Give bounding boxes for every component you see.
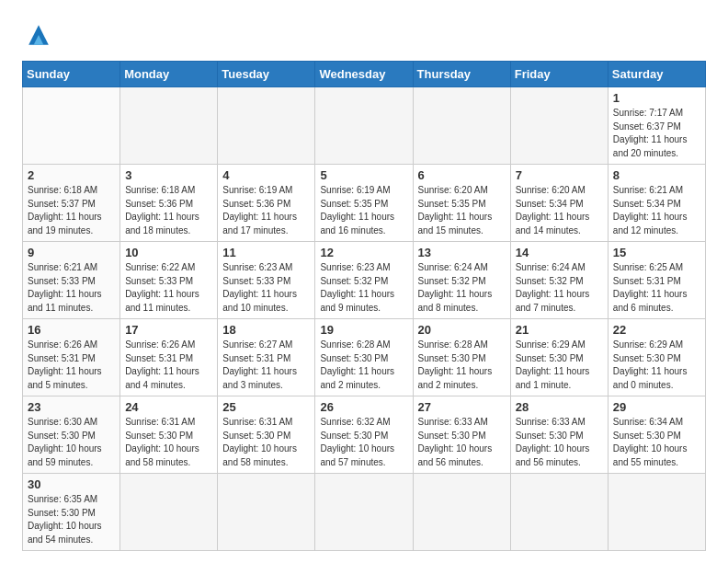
day-info: Sunrise: 6:23 AM Sunset: 5:33 PM Dayligh… — [222, 261, 310, 315]
calendar-day-cell: 6Sunrise: 6:20 AM Sunset: 5:35 PM Daylig… — [413, 165, 510, 242]
day-info: Sunrise: 6:30 AM Sunset: 5:30 PM Dayligh… — [28, 416, 115, 469]
weekday-header-monday: Monday — [120, 62, 218, 87]
calendar-day-cell — [120, 474, 218, 551]
calendar-day-cell: 8Sunrise: 6:21 AM Sunset: 5:34 PM Daylig… — [608, 165, 705, 242]
calendar-day-cell: 12Sunrise: 6:23 AM Sunset: 5:32 PM Dayli… — [315, 242, 413, 319]
calendar-day-cell — [413, 87, 510, 165]
day-info: Sunrise: 6:28 AM Sunset: 5:30 PM Dayligh… — [418, 339, 506, 392]
calendar-day-cell: 14Sunrise: 6:24 AM Sunset: 5:32 PM Dayli… — [510, 242, 608, 319]
day-info: Sunrise: 6:20 AM Sunset: 5:34 PM Dayligh… — [516, 184, 603, 237]
day-info: Sunrise: 6:32 AM Sunset: 5:30 PM Dayligh… — [320, 416, 407, 469]
calendar-day-cell: 27Sunrise: 6:33 AM Sunset: 5:30 PM Dayli… — [413, 396, 510, 474]
day-info: Sunrise: 6:21 AM Sunset: 5:33 PM Dayligh… — [28, 261, 115, 315]
calendar-day-cell: 20Sunrise: 6:28 AM Sunset: 5:30 PM Dayli… — [413, 319, 510, 396]
day-info: Sunrise: 6:25 AM Sunset: 5:31 PM Dayligh… — [613, 261, 700, 315]
calendar-header-row: SundayMondayTuesdayWednesdayThursdayFrid… — [23, 62, 706, 87]
day-info: Sunrise: 6:20 AM Sunset: 5:35 PM Dayligh… — [418, 184, 506, 237]
calendar-day-cell: 17Sunrise: 6:26 AM Sunset: 5:31 PM Dayli… — [120, 319, 218, 396]
calendar-day-cell: 24Sunrise: 6:31 AM Sunset: 5:30 PM Dayli… — [120, 396, 218, 474]
day-info: Sunrise: 6:22 AM Sunset: 5:33 PM Dayligh… — [125, 261, 212, 315]
calendar-day-cell: 5Sunrise: 6:19 AM Sunset: 5:35 PM Daylig… — [315, 165, 413, 242]
calendar-day-cell: 1Sunrise: 7:17 AM Sunset: 6:37 PM Daylig… — [608, 87, 705, 165]
calendar-day-cell: 16Sunrise: 6:26 AM Sunset: 5:31 PM Dayli… — [23, 319, 120, 396]
day-number: 25 — [222, 400, 310, 414]
day-number: 30 — [28, 477, 115, 491]
day-number: 5 — [320, 168, 407, 182]
day-info: Sunrise: 6:26 AM Sunset: 5:31 PM Dayligh… — [28, 339, 115, 392]
calendar-week-row: 9Sunrise: 6:21 AM Sunset: 5:33 PM Daylig… — [23, 242, 706, 319]
weekday-header-wednesday: Wednesday — [315, 62, 413, 87]
day-number: 20 — [418, 323, 506, 337]
day-info: Sunrise: 6:23 AM Sunset: 5:32 PM Dayligh… — [320, 261, 407, 315]
calendar-day-cell: 7Sunrise: 6:20 AM Sunset: 5:34 PM Daylig… — [510, 165, 608, 242]
day-info: Sunrise: 6:24 AM Sunset: 5:32 PM Dayligh… — [516, 261, 603, 315]
calendar-week-row: 16Sunrise: 6:26 AM Sunset: 5:31 PM Dayli… — [23, 319, 706, 396]
calendar-day-cell: 18Sunrise: 6:27 AM Sunset: 5:31 PM Dayli… — [218, 319, 315, 396]
day-info: Sunrise: 6:34 AM Sunset: 5:30 PM Dayligh… — [613, 416, 700, 469]
day-number: 4 — [222, 168, 310, 182]
day-number: 21 — [516, 323, 603, 337]
day-info: Sunrise: 6:18 AM Sunset: 5:37 PM Dayligh… — [28, 184, 115, 237]
day-number: 3 — [125, 168, 212, 182]
calendar-day-cell: 26Sunrise: 6:32 AM Sunset: 5:30 PM Dayli… — [315, 396, 413, 474]
calendar-day-cell: 28Sunrise: 6:33 AM Sunset: 5:30 PM Dayli… — [510, 396, 608, 474]
day-info: Sunrise: 6:19 AM Sunset: 5:36 PM Dayligh… — [222, 184, 310, 237]
calendar-day-cell: 11Sunrise: 6:23 AM Sunset: 5:33 PM Dayli… — [218, 242, 315, 319]
calendar-day-cell: 9Sunrise: 6:21 AM Sunset: 5:33 PM Daylig… — [23, 242, 120, 319]
day-number: 6 — [418, 168, 506, 182]
day-number: 27 — [418, 400, 506, 414]
calendar-table: SundayMondayTuesdayWednesdayThursdayFrid… — [22, 61, 706, 551]
calendar-day-cell — [510, 474, 608, 551]
day-number: 7 — [516, 168, 603, 182]
calendar-day-cell: 2Sunrise: 6:18 AM Sunset: 5:37 PM Daylig… — [23, 165, 120, 242]
day-info: Sunrise: 7:17 AM Sunset: 6:37 PM Dayligh… — [613, 107, 700, 160]
calendar-day-cell — [315, 87, 413, 165]
calendar-day-cell — [315, 474, 413, 551]
calendar-day-cell: 23Sunrise: 6:30 AM Sunset: 5:30 PM Dayli… — [23, 396, 120, 474]
weekday-header-thursday: Thursday — [413, 62, 510, 87]
header — [22, 18, 706, 52]
calendar-day-cell: 30Sunrise: 6:35 AM Sunset: 5:30 PM Dayli… — [23, 474, 120, 551]
generalblue-logo-icon — [22, 18, 55, 52]
calendar-day-cell — [218, 87, 315, 165]
day-number: 16 — [28, 323, 115, 337]
calendar-day-cell: 22Sunrise: 6:29 AM Sunset: 5:30 PM Dayli… — [608, 319, 705, 396]
calendar-day-cell — [413, 474, 510, 551]
day-info: Sunrise: 6:33 AM Sunset: 5:30 PM Dayligh… — [418, 416, 506, 469]
calendar-day-cell: 3Sunrise: 6:18 AM Sunset: 5:36 PM Daylig… — [120, 165, 218, 242]
day-number: 9 — [28, 246, 115, 259]
calendar-day-cell: 13Sunrise: 6:24 AM Sunset: 5:32 PM Dayli… — [413, 242, 510, 319]
day-info: Sunrise: 6:21 AM Sunset: 5:34 PM Dayligh… — [613, 184, 700, 237]
calendar-day-cell: 29Sunrise: 6:34 AM Sunset: 5:30 PM Dayli… — [608, 396, 705, 474]
day-number: 26 — [320, 400, 407, 414]
day-number: 15 — [613, 246, 700, 259]
day-number: 12 — [320, 246, 407, 259]
calendar-day-cell: 4Sunrise: 6:19 AM Sunset: 5:36 PM Daylig… — [218, 165, 315, 242]
day-info: Sunrise: 6:18 AM Sunset: 5:36 PM Dayligh… — [125, 184, 212, 237]
day-number: 19 — [320, 323, 407, 337]
day-number: 1 — [613, 91, 700, 105]
day-number: 14 — [516, 246, 603, 259]
day-info: Sunrise: 6:19 AM Sunset: 5:35 PM Dayligh… — [320, 184, 407, 237]
calendar-week-row: 23Sunrise: 6:30 AM Sunset: 5:30 PM Dayli… — [23, 396, 706, 474]
day-number: 8 — [613, 168, 700, 182]
calendar-day-cell — [218, 474, 315, 551]
calendar-week-row: 30Sunrise: 6:35 AM Sunset: 5:30 PM Dayli… — [23, 474, 706, 551]
calendar-day-cell: 21Sunrise: 6:29 AM Sunset: 5:30 PM Dayli… — [510, 319, 608, 396]
day-number: 28 — [516, 400, 603, 414]
day-info: Sunrise: 6:24 AM Sunset: 5:32 PM Dayligh… — [418, 261, 506, 315]
day-number: 17 — [125, 323, 212, 337]
day-info: Sunrise: 6:27 AM Sunset: 5:31 PM Dayligh… — [222, 339, 310, 392]
day-info: Sunrise: 6:33 AM Sunset: 5:30 PM Dayligh… — [516, 416, 603, 469]
calendar-week-row: 1Sunrise: 7:17 AM Sunset: 6:37 PM Daylig… — [23, 87, 706, 165]
day-info: Sunrise: 6:29 AM Sunset: 5:30 PM Dayligh… — [516, 339, 603, 392]
day-number: 13 — [418, 246, 506, 259]
calendar-day-cell: 25Sunrise: 6:31 AM Sunset: 5:30 PM Dayli… — [218, 396, 315, 474]
page: SundayMondayTuesdayWednesdayThursdayFrid… — [0, 0, 728, 563]
calendar-day-cell — [608, 474, 705, 551]
day-info: Sunrise: 6:35 AM Sunset: 5:30 PM Dayligh… — [28, 493, 115, 546]
day-info: Sunrise: 6:31 AM Sunset: 5:30 PM Dayligh… — [125, 416, 212, 469]
day-info: Sunrise: 6:26 AM Sunset: 5:31 PM Dayligh… — [125, 339, 212, 392]
day-number: 10 — [125, 246, 212, 259]
calendar-week-row: 2Sunrise: 6:18 AM Sunset: 5:37 PM Daylig… — [23, 165, 706, 242]
